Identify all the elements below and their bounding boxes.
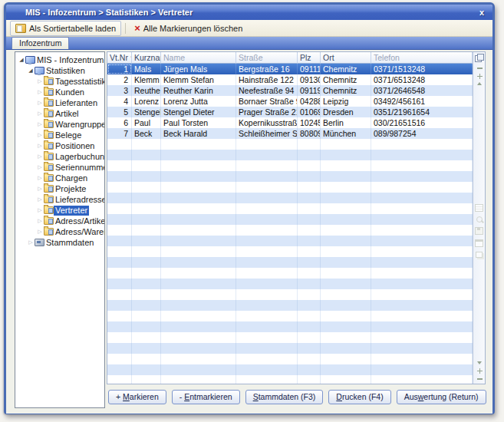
grid-icon[interactable]: [475, 204, 483, 212]
scroll-bottom-marker[interactable]: [473, 374, 486, 382]
tree-item-artikel[interactable]: ▷Artikel: [15, 108, 104, 119]
button-stammdaten-f3[interactable]: Stammdaten (F3): [245, 390, 324, 404]
empty-table-row: [107, 300, 473, 311]
tree-collapsed-icon[interactable]: ▷: [36, 183, 44, 194]
tree-expanded-icon[interactable]: ◢: [18, 54, 25, 65]
scroll-top-marker[interactable]: [473, 64, 486, 72]
tree-collapsed-icon[interactable]: ▷: [36, 194, 44, 205]
column-chooser-icon[interactable]: [475, 54, 483, 61]
scroll-fine-marker[interactable]: [473, 367, 486, 374]
save-icon[interactable]: [475, 227, 483, 235]
tree-item-positionen[interactable]: ▷Positionen: [15, 140, 104, 151]
tree-item-mis-infozentrum[interactable]: ◢MIS - Infozentrum: [15, 54, 104, 65]
table-cell: Jürgen Mals: [161, 64, 236, 74]
tree-item-stammdaten[interactable]: ▷Stammdaten: [15, 237, 104, 248]
empty-table-cell: [236, 364, 298, 375]
tree-item-vertreter[interactable]: ▷Vertreter: [15, 205, 104, 216]
search-icon[interactable]: [476, 216, 483, 223]
table-cell: Mals: [132, 64, 161, 74]
tree-item-kunden[interactable]: ▷Kunden: [15, 87, 104, 97]
tree-item-adress-warengruppen[interactable]: ▷Adress/Warengruppen: [15, 226, 104, 237]
table-row[interactable]: 5StengelStengel DieterPrager Straße 2120…: [107, 107, 473, 117]
column-header-plz[interactable]: Plz: [298, 52, 321, 64]
tree-collapsed-icon[interactable]: ▷: [36, 130, 44, 140]
empty-table-row: [107, 343, 473, 354]
tree-collapsed-icon[interactable]: ▷: [36, 205, 44, 216]
column-header-vt-nr[interactable]: Vt.Nr▼: [107, 52, 132, 64]
empty-table-cell: [107, 311, 132, 321]
table-row[interactable]: 7BeckBeck HaraldSchleißheimer Straße 378…: [107, 128, 473, 139]
tree-collapsed-icon[interactable]: ▷: [36, 87, 44, 97]
tree-item-lagerbuchungen[interactable]: ▷Lagerbuchungen: [15, 151, 104, 162]
toolbar-button-1[interactable]: Als Sortiertabelle laden: [10, 21, 121, 36]
empty-table-cell: [298, 343, 321, 354]
close-icon[interactable]: x: [479, 5, 484, 20]
button-auswertung-return[interactable]: Auswertung (Return): [397, 390, 486, 404]
tree-item-adress-artikel[interactable]: ▷Adress/Artikel: [15, 216, 104, 226]
empty-table-cell: [371, 203, 473, 214]
tree-item-label: Warengruppen: [54, 120, 105, 130]
empty-table-cell: [371, 321, 473, 332]
empty-table-cell: [132, 236, 161, 246]
window-icon[interactable]: [475, 239, 483, 247]
empty-table-cell: [132, 343, 161, 354]
table-cell: Hainstraße 122: [236, 74, 298, 85]
table-row[interactable]: 1MalsJürgen MalsBergstraße 1609111Chemni…: [107, 64, 473, 74]
tree-collapsed-icon[interactable]: ▷: [36, 140, 44, 151]
tree-collapsed-icon[interactable]: ▷: [36, 108, 44, 119]
toolbar-button-2[interactable]: ×Alle Markierungen löschen: [130, 21, 247, 35]
table-row[interactable]: 2KlemmKlemm StefanHainstraße 12209130Che…: [107, 74, 473, 85]
column-header-label: Telefon: [374, 52, 400, 63]
empty-table-cell: [298, 171, 321, 182]
column-header-kurzname[interactable]: Kurzname: [132, 52, 161, 64]
empty-table-row: [107, 246, 473, 257]
table-row[interactable]: 4LorenzLorenz JuttaBornaer Straße 940428…: [107, 96, 473, 107]
tab-infozentrum[interactable]: Infozentrum: [12, 37, 69, 49]
scroll-up-arrow[interactable]: [473, 80, 486, 87]
tree-item-lieferanten[interactable]: ▷Lieferanten: [15, 97, 104, 108]
button-markieren[interactable]: + Markieren: [108, 390, 166, 404]
folder-icon: [44, 99, 54, 107]
table-row[interactable]: 3ReutherReuther KarinNeefestraße 9409119…: [107, 85, 473, 96]
empty-table-cell: [371, 182, 473, 193]
tree-item-label: Positionen: [54, 141, 96, 151]
column-header-telefon[interactable]: Telefon: [371, 52, 473, 64]
copy-icon[interactable]: [476, 252, 483, 258]
column-header-ort[interactable]: Ort: [321, 52, 371, 64]
button-drucken-f4[interactable]: Drucken (F4): [328, 390, 390, 404]
network-icon-glyph: [35, 239, 44, 246]
tree-expanded-icon[interactable]: ◢: [27, 65, 35, 76]
tree-collapsed-icon[interactable]: ▷: [36, 97, 44, 108]
scroll-down-arrow[interactable]: [473, 359, 486, 367]
empty-table-cell: [371, 311, 473, 321]
table-row[interactable]: 6PaulPaul TorstenKopernikusstraße 471024…: [107, 117, 473, 128]
tree-collapsed-icon[interactable]: ▷: [36, 76, 44, 87]
tree-collapsed-icon[interactable]: ▷: [36, 151, 44, 162]
tree-collapsed-icon[interactable]: ▷: [36, 173, 44, 183]
tree-item-chargen[interactable]: ▷Chargen: [15, 173, 104, 183]
title-bar[interactable]: MIS - Infozentrum > Statistiken > Vertre…: [6, 5, 492, 20]
tree-item-seriennummern[interactable]: ▷Seriennummern: [15, 162, 104, 173]
button-entmarkieren[interactable]: - Entmarkieren: [172, 390, 240, 404]
tree-item-warengruppen[interactable]: ▷Warengruppen: [15, 119, 104, 130]
computer-icon: [25, 56, 35, 64]
tree-item-projekte[interactable]: ▷Projekte: [15, 183, 104, 194]
column-header-name[interactable]: Name: [161, 52, 236, 64]
tree-collapsed-icon[interactable]: ▷: [36, 216, 44, 226]
toolbar: Als Sortiertabelle laden×Alle Markierung…: [6, 20, 492, 37]
tree-item-statistiken[interactable]: ◢Statistiken: [15, 65, 104, 76]
empty-table-cell: [371, 268, 473, 279]
tree-item-tagesstatistik[interactable]: ▷Tagesstatistik: [15, 76, 104, 87]
tree-item-belege[interactable]: ▷Belege: [15, 130, 104, 140]
column-header-stra-e[interactable]: Straße: [236, 52, 298, 64]
table-cell: 2: [107, 74, 132, 85]
tree-collapsed-icon[interactable]: ▷: [36, 119, 44, 130]
tree-collapsed-icon[interactable]: ▷: [27, 237, 35, 248]
tree-collapsed-icon[interactable]: ▷: [36, 226, 44, 237]
tree-item-lieferadressen[interactable]: ▷Lieferadressen: [15, 194, 104, 205]
scroll-fine-marker[interactable]: [473, 72, 486, 80]
tree-collapsed-icon[interactable]: ▷: [36, 162, 44, 173]
empty-table-cell: [161, 203, 236, 214]
folder-icon-glyph: [44, 99, 54, 107]
table-cell: München: [321, 128, 371, 139]
